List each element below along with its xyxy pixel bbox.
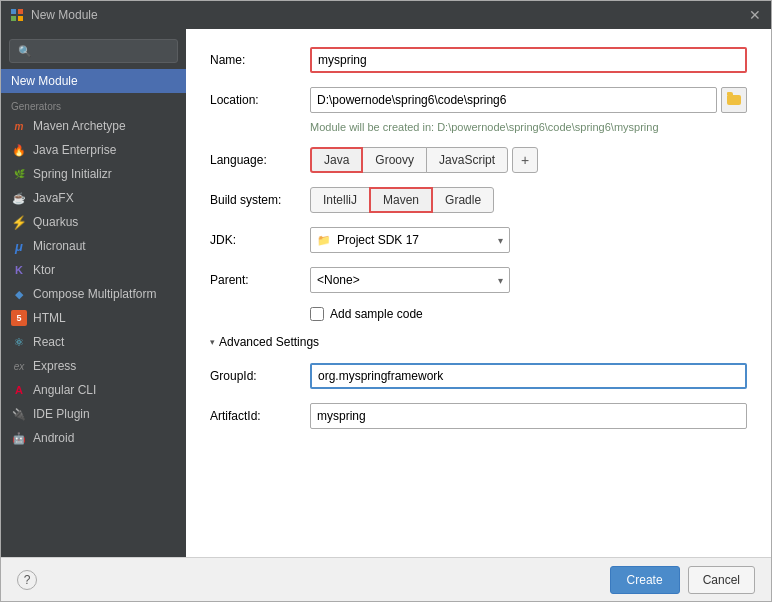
- groupid-row: GroupId:: [210, 363, 747, 389]
- close-button[interactable]: ✕: [747, 7, 763, 23]
- svg-rect-1: [18, 9, 23, 14]
- sidebar-item-javafx[interactable]: ☕ JavaFX: [1, 186, 186, 210]
- parent-select[interactable]: <None> ▾: [310, 267, 510, 293]
- build-system-label: Build system:: [210, 193, 310, 207]
- build-system-button-group: IntelliJ Maven Gradle: [310, 187, 494, 213]
- folder-icon: [727, 95, 741, 105]
- artifactid-row: ArtifactId:: [210, 403, 747, 429]
- maven-icon: m: [11, 118, 27, 134]
- sidebar-item-maven-archetype[interactable]: m Maven Archetype: [1, 114, 186, 138]
- parent-label: Parent:: [210, 273, 310, 287]
- sidebar: 🔍 New Module Generators m Maven Archetyp…: [1, 29, 186, 557]
- location-hint: Module will be created in: D:\powernode\…: [310, 121, 747, 133]
- angular-icon: A: [11, 382, 27, 398]
- footer-right: Create Cancel: [610, 566, 755, 594]
- location-row: Location:: [210, 87, 747, 113]
- jdk-arrow-icon: ▾: [498, 235, 503, 246]
- create-button[interactable]: Create: [610, 566, 680, 594]
- sidebar-item-label: Quarkus: [33, 215, 78, 229]
- svg-rect-3: [18, 16, 23, 21]
- sidebar-item-angular[interactable]: A Angular CLI: [1, 378, 186, 402]
- jdk-value: Project SDK 17: [337, 233, 419, 247]
- sidebar-item-label: Compose Multiplatform: [33, 287, 156, 301]
- sidebar-item-label: Micronaut: [33, 239, 86, 253]
- advanced-arrow-icon: ▾: [210, 337, 215, 347]
- footer-left: ?: [17, 570, 610, 590]
- build-gradle-button[interactable]: Gradle: [432, 187, 494, 213]
- browse-button[interactable]: [721, 87, 747, 113]
- sidebar-item-compose[interactable]: ◆ Compose Multiplatform: [1, 282, 186, 306]
- parent-arrow-icon: ▾: [498, 275, 503, 286]
- location-input[interactable]: [310, 87, 717, 113]
- build-system-row: Build system: IntelliJ Maven Gradle: [210, 187, 747, 213]
- sidebar-item-label: Spring Initializr: [33, 167, 112, 181]
- spring-icon: 🌿: [11, 166, 27, 182]
- sidebar-item-label: IDE Plugin: [33, 407, 90, 421]
- sample-code-row: Add sample code: [310, 307, 747, 321]
- content-area: 🔍 New Module Generators m Maven Archetyp…: [1, 29, 771, 557]
- dialog: New Module ✕ 🔍 New Module Generators m M…: [0, 0, 772, 602]
- main-panel: Name: Location: Module will be created i…: [186, 29, 771, 557]
- groupid-input[interactable]: [310, 363, 747, 389]
- language-java-button[interactable]: Java: [310, 147, 363, 173]
- sidebar-item-label: JavaFX: [33, 191, 74, 205]
- jdk-label: JDK:: [210, 233, 310, 247]
- micronaut-icon: μ: [11, 238, 27, 254]
- sidebar-item-label: HTML: [33, 311, 66, 325]
- language-button-group: Java Groovy JavaScript: [310, 147, 508, 173]
- add-sample-code-checkbox[interactable]: [310, 307, 324, 321]
- sidebar-item-label: Ktor: [33, 263, 55, 277]
- app-icon: [9, 7, 25, 23]
- parent-row: Parent: <None> ▾: [210, 267, 747, 293]
- java-enterprise-icon: 🔥: [11, 142, 27, 158]
- sidebar-item-html[interactable]: 5 HTML: [1, 306, 186, 330]
- sidebar-item-label: Java Enterprise: [33, 143, 116, 157]
- compose-icon: ◆: [11, 286, 27, 302]
- sidebar-item-spring-initializr[interactable]: 🌿 Spring Initializr: [1, 162, 186, 186]
- sidebar-item-ktor[interactable]: K Ktor: [1, 258, 186, 282]
- sidebar-item-express[interactable]: ex Express: [1, 354, 186, 378]
- name-input[interactable]: [310, 47, 747, 73]
- language-javascript-button[interactable]: JavaScript: [426, 147, 508, 173]
- language-label: Language:: [210, 153, 310, 167]
- cancel-button[interactable]: Cancel: [688, 566, 755, 594]
- language-add-button[interactable]: +: [512, 147, 538, 173]
- jdk-select[interactable]: 📁 Project SDK 17 ▾: [310, 227, 510, 253]
- html-icon: 5: [11, 310, 27, 326]
- name-label: Name:: [210, 53, 310, 67]
- search-input[interactable]: [36, 45, 169, 57]
- advanced-settings-toggle[interactable]: ▾ Advanced Settings: [210, 335, 747, 349]
- sidebar-item-android[interactable]: 🤖 Android: [1, 426, 186, 450]
- artifactid-input[interactable]: [310, 403, 747, 429]
- sidebar-item-new-module[interactable]: New Module: [1, 69, 186, 93]
- react-icon: ⚛: [11, 334, 27, 350]
- sidebar-item-micronaut[interactable]: μ Micronaut: [1, 234, 186, 258]
- sidebar-item-label: Android: [33, 431, 74, 445]
- ide-plugin-icon: 🔌: [11, 406, 27, 422]
- language-groovy-button[interactable]: Groovy: [362, 147, 427, 173]
- folder-icon-jdk: 📁: [317, 234, 331, 247]
- svg-rect-2: [11, 16, 16, 21]
- jdk-row: JDK: 📁 Project SDK 17 ▾: [210, 227, 747, 253]
- sidebar-item-label: Maven Archetype: [33, 119, 126, 133]
- title-bar: New Module ✕: [1, 1, 771, 29]
- sidebar-item-quarkus[interactable]: ⚡ Quarkus: [1, 210, 186, 234]
- sidebar-item-label: Express: [33, 359, 76, 373]
- add-sample-code-label: Add sample code: [330, 307, 423, 321]
- artifactid-label: ArtifactId:: [210, 409, 310, 423]
- ktor-icon: K: [11, 262, 27, 278]
- quarkus-icon: ⚡: [11, 214, 27, 230]
- build-maven-button[interactable]: Maven: [369, 187, 433, 213]
- sidebar-item-java-enterprise[interactable]: 🔥 Java Enterprise: [1, 138, 186, 162]
- express-icon: ex: [11, 358, 27, 374]
- sidebar-item-label: Angular CLI: [33, 383, 96, 397]
- sidebar-item-react[interactable]: ⚛ React: [1, 330, 186, 354]
- android-icon: 🤖: [11, 430, 27, 446]
- sidebar-section-label: Generators: [1, 93, 186, 114]
- search-bar[interactable]: 🔍: [9, 39, 178, 63]
- help-button[interactable]: ?: [17, 570, 37, 590]
- sidebar-item-ide-plugin[interactable]: 🔌 IDE Plugin: [1, 402, 186, 426]
- advanced-settings-label: Advanced Settings: [219, 335, 319, 349]
- location-input-row: [310, 87, 747, 113]
- build-intellij-button[interactable]: IntelliJ: [310, 187, 370, 213]
